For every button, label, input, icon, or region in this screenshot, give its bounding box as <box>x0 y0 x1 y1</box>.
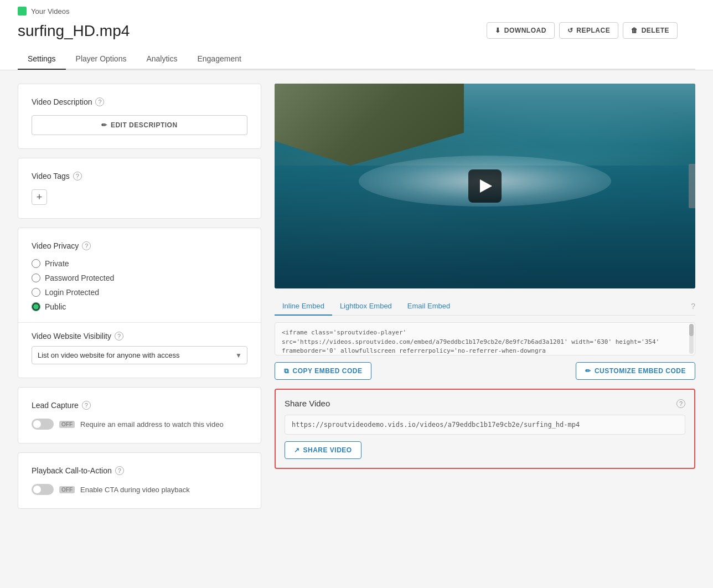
add-tag-button[interactable]: + <box>32 189 47 205</box>
playback-cta-help-icon[interactable]: ? <box>115 466 124 475</box>
video-player[interactable] <box>275 84 695 288</box>
tab-lightbox-embed[interactable]: Lightbox Embed <box>332 297 400 316</box>
playback-cta-toggle-label: Enable CTA during video playback <box>80 486 190 494</box>
visibility-help-icon[interactable]: ? <box>115 332 123 341</box>
replace-icon: ↺ <box>567 27 574 34</box>
radio-private[interactable] <box>32 259 40 268</box>
tab-inline-embed[interactable]: Inline Embed <box>275 297 332 316</box>
video-tags-card: Video Tags ? + <box>18 158 261 219</box>
customize-icon: ✏ <box>585 367 591 375</box>
video-description-card: Video Description ? ✏ EDIT DESCRIPTION <box>18 84 261 149</box>
playback-cta-card: Playback Call-to-Action ? OFF Enable CTA… <box>18 452 261 509</box>
scrollbar-thumb <box>689 324 694 336</box>
radio-password[interactable] <box>32 274 40 282</box>
share-video-title: Share Video <box>285 399 330 408</box>
lead-capture-title: Lead Capture <box>32 401 79 410</box>
share-video-section: Share Video ? https://sproutvideodemo.vi… <box>275 389 695 469</box>
privacy-radio-group: Private Password Protected Login Protect… <box>32 259 247 311</box>
download-icon: ⬇ <box>495 27 501 34</box>
replace-button[interactable]: ↺ REPLACE <box>559 22 618 39</box>
share-help-icon[interactable]: ? <box>676 399 685 408</box>
embed-scrollbar[interactable] <box>689 324 694 354</box>
video-privacy-title: Video Privacy <box>32 241 79 250</box>
copy-embed-button[interactable]: ⧉ COPY EMBED CODE <box>275 362 371 380</box>
playback-cta-off-label: OFF <box>59 486 75 493</box>
share-video-button[interactable]: ↗ SHARE VIDEO <box>285 441 361 459</box>
visibility-select[interactable]: List on video website for anyone with ac… <box>32 346 247 364</box>
customize-embed-button[interactable]: ✏ CUSTOMIZE EMBED CODE <box>576 362 695 380</box>
delete-button[interactable]: 🗑 DELETE <box>623 22 678 39</box>
tab-player-options[interactable]: Player Options <box>66 49 137 70</box>
privacy-help-icon[interactable]: ? <box>82 241 91 250</box>
privacy-option-public[interactable]: Public <box>32 302 247 311</box>
tags-help-icon[interactable]: ? <box>73 172 82 180</box>
share-url-display: https://sproutvideodemo.vids.io/videos/a… <box>285 415 685 435</box>
privacy-option-private[interactable]: Private <box>32 259 247 268</box>
description-help-icon[interactable]: ? <box>95 97 104 106</box>
download-button[interactable]: ⬇ DOWNLOAD <box>487 22 555 39</box>
lead-capture-off-label: OFF <box>59 421 75 428</box>
radio-login[interactable] <box>32 288 40 297</box>
tab-settings[interactable]: Settings <box>18 49 66 70</box>
play-triangle-icon <box>480 179 492 193</box>
breadcrumb[interactable]: Your Videos <box>31 7 69 16</box>
play-button[interactable] <box>468 169 502 203</box>
lead-capture-toggle-label: Require an email address to watch this v… <box>80 420 224 429</box>
playback-cta-title: Playback Call-to-Action <box>32 466 112 475</box>
lead-capture-help-icon[interactable]: ? <box>82 401 91 410</box>
lead-capture-card: Lead Capture ? OFF Require an email addr… <box>18 387 261 443</box>
trash-icon: 🗑 <box>631 27 638 34</box>
video-description-title: Video Description <box>32 97 92 106</box>
visibility-label: Video Website Visibility ? <box>32 332 247 341</box>
video-tags-title: Video Tags <box>32 172 70 180</box>
embed-tabs: Inline Embed Lightbox Embed Email Embed … <box>275 297 695 316</box>
privacy-option-password[interactable]: Password Protected <box>32 274 247 282</box>
share-icon: ↗ <box>294 446 300 454</box>
share-video-header: Share Video ? <box>285 399 685 408</box>
film-strip <box>689 164 695 208</box>
visibility-select-wrapper: List on video website for anyone with ac… <box>32 346 247 364</box>
video-privacy-card: Video Privacy ? Private Password Protect… <box>18 228 261 378</box>
embed-actions: ⧉ COPY EMBED CODE ✏ CUSTOMIZE EMBED CODE <box>275 362 695 380</box>
playback-cta-toggle[interactable] <box>32 484 54 495</box>
tab-analytics[interactable]: Analytics <box>136 49 187 70</box>
radio-public[interactable] <box>32 302 40 311</box>
lead-capture-toggle[interactable] <box>32 419 54 430</box>
folder-icon <box>18 7 27 16</box>
embed-code-box: <iframe class='sproutvideo-player' src='… <box>275 322 695 355</box>
left-panel: Video Description ? ✏ EDIT DESCRIPTION V… <box>18 84 261 518</box>
tab-email-embed[interactable]: Email Embed <box>400 297 458 316</box>
main-tabs: Settings Player Options Analytics Engage… <box>18 49 695 70</box>
edit-description-button[interactable]: ✏ EDIT DESCRIPTION <box>32 115 247 135</box>
tab-engagement[interactable]: Engagement <box>187 49 251 70</box>
right-panel: Inline Embed Lightbox Embed Email Embed … <box>275 84 695 518</box>
pencil-icon: ✏ <box>101 121 107 129</box>
privacy-option-login[interactable]: Login Protected <box>32 288 247 297</box>
embed-help-icon[interactable]: ? <box>691 302 695 311</box>
copy-icon: ⧉ <box>284 367 290 375</box>
